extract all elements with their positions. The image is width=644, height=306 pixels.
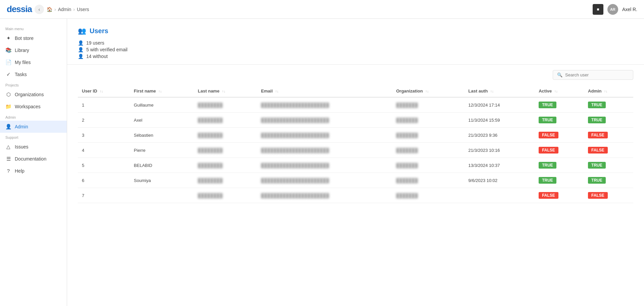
- breadcrumb-users[interactable]: Users: [77, 7, 89, 12]
- col-active[interactable]: Active ↑↓: [535, 85, 584, 97]
- cell-firstname-0: Guillaume: [130, 97, 194, 113]
- back-button[interactable]: ‹: [35, 5, 44, 14]
- sidebar-item-issues[interactable]: △ Issues: [0, 141, 67, 153]
- cell-firstname-3: Pierre: [130, 143, 194, 158]
- search-box[interactable]: 🔍: [553, 70, 633, 80]
- cell-active-2: FALSE: [535, 128, 584, 143]
- sidebar-item-workspaces[interactable]: 📁 Workspaces: [0, 101, 67, 113]
- app-body: Main menu ✦ Bot store 📚 Library 📄 My fil…: [0, 19, 644, 306]
- cell-id-0: 1: [78, 97, 130, 113]
- cell-lastname-3: ████████: [194, 143, 257, 158]
- sidebar-item-tasks[interactable]: ✓ Tasks: [0, 68, 67, 80]
- table-row[interactable]: 4 Pierre ████████ ██████████████████████…: [78, 143, 633, 158]
- active-badge-0: TRUE: [539, 102, 556, 108]
- cell-admin-0: TRUE: [584, 97, 633, 113]
- cell-lastauth-0: 12/3/2024 17:14: [464, 97, 535, 113]
- admin-badge-0: TRUE: [588, 102, 606, 108]
- cell-lastauth-3: 21/3/2023 10:16: [464, 143, 535, 158]
- sidebar-item-my-files[interactable]: 📄 My files: [0, 56, 67, 68]
- admin-badge-4: TRUE: [588, 162, 606, 169]
- breadcrumb-admin[interactable]: Admin: [58, 7, 71, 12]
- breadcrumb-sep2: ›: [73, 7, 75, 12]
- sidebar-item-bot-store[interactable]: ✦ Bot store: [0, 32, 67, 44]
- table-row[interactable]: 7 ████████ ██████████████████████ ██████…: [78, 188, 633, 203]
- search-input[interactable]: [565, 72, 629, 77]
- sidebar-item-library[interactable]: 📚 Library: [0, 44, 67, 56]
- sort-icon-first-name: ↑↓: [158, 89, 162, 93]
- table-row[interactable]: 3 Sébastien ████████ ███████████████████…: [78, 128, 633, 143]
- cell-id-5: 6: [78, 173, 130, 188]
- cell-org-3: ███████: [392, 143, 464, 158]
- main-menu-label: Main menu: [0, 24, 67, 32]
- cell-active-0: TRUE: [535, 97, 584, 113]
- table-row[interactable]: 2 Axel ████████ ██████████████████████ █…: [78, 113, 633, 128]
- table-row[interactable]: 1 Guillaume ████████ ███████████████████…: [78, 97, 633, 113]
- cell-admin-6: FALSE: [584, 188, 633, 203]
- col-first-name[interactable]: First name ↑↓: [130, 85, 194, 97]
- cell-lastauth-4: 13/3/2024 10:37: [464, 158, 535, 173]
- table-row[interactable]: 6 Soumiya ████████ █████████████████████…: [78, 173, 633, 188]
- cell-lastname-1: ████████: [194, 113, 257, 128]
- cell-org-1: ███████: [392, 113, 464, 128]
- topbar: dessia ‹ 🏠 › Admin › Users ■ AR Axel R.: [0, 0, 644, 19]
- cell-lastauth-6: [464, 188, 535, 203]
- tasks-icon: ✓: [5, 71, 11, 77]
- active-badge-4: TRUE: [539, 162, 556, 169]
- page-title-text: Users: [90, 27, 108, 35]
- bot-store-icon: ✦: [5, 35, 11, 41]
- sidebar-item-organizations[interactable]: ⬡ Organizations: [0, 88, 67, 101]
- cell-firstname-4: BELABID: [130, 158, 194, 173]
- cell-id-6: 7: [78, 188, 130, 203]
- cell-admin-5: TRUE: [584, 173, 633, 188]
- sidebar-item-label-documentation: Documentation: [15, 156, 46, 162]
- col-user-id[interactable]: User ID ↑↓: [78, 85, 130, 97]
- breadcrumb-home-icon[interactable]: 🏠: [47, 7, 52, 12]
- sort-icon-organization: ↑↓: [426, 89, 429, 93]
- topbar-square-icon[interactable]: ■: [593, 4, 603, 15]
- page-header: 👥 Users 👤 19 users 👤 5 with verified ema…: [67, 19, 644, 65]
- sort-icon-last-name: ↑↓: [222, 89, 226, 93]
- sort-icon-email: ↑↓: [275, 89, 279, 93]
- documentation-icon: ☰: [5, 156, 11, 162]
- cell-org-2: ███████: [392, 128, 464, 143]
- sidebar-item-admin[interactable]: 👤 Admin: [0, 121, 67, 133]
- sidebar-item-label-my-files: My files: [15, 60, 31, 65]
- table-section: 🔍 User ID ↑↓ First name ↑↓: [67, 65, 644, 306]
- admin-badge-6: FALSE: [588, 192, 608, 199]
- my-files-icon: 📄: [5, 59, 11, 65]
- table-head: User ID ↑↓ First name ↑↓ Last name ↑↓: [78, 85, 633, 97]
- logo: dessia: [7, 4, 32, 14]
- cell-id-3: 4: [78, 143, 130, 158]
- table-row[interactable]: 5 BELABID ████████ █████████████████████…: [78, 158, 633, 173]
- cell-id-1: 2: [78, 113, 130, 128]
- col-organization[interactable]: Organization ↑↓: [392, 85, 464, 97]
- stat-icon-verified: 👤: [78, 47, 84, 52]
- col-email[interactable]: Email ↑↓: [257, 85, 392, 97]
- col-last-auth[interactable]: Last auth ↑↓: [464, 85, 535, 97]
- col-last-name[interactable]: Last name ↑↓: [194, 85, 257, 97]
- sort-icon-active: ↑↓: [554, 89, 558, 93]
- organizations-icon: ⬡: [5, 91, 11, 98]
- sidebar-item-label-issues: Issues: [15, 144, 28, 149]
- sidebar-item-documentation[interactable]: ☰ Documentation: [0, 153, 67, 165]
- cell-active-1: TRUE: [535, 113, 584, 128]
- active-badge-5: TRUE: [539, 177, 556, 184]
- sidebar-item-label-help: Help: [15, 168, 24, 174]
- stat-total-users: 👤 19 users: [78, 40, 633, 46]
- cell-active-5: TRUE: [535, 173, 584, 188]
- sidebar-item-help[interactable]: ? Help: [0, 165, 67, 177]
- cell-email-4: ██████████████████████: [257, 158, 392, 173]
- cell-lastname-2: ████████: [194, 128, 257, 143]
- active-badge-2: FALSE: [539, 132, 558, 138]
- col-admin[interactable]: Admin ↑↓: [584, 85, 633, 97]
- user-name: Axel R.: [622, 7, 637, 12]
- cell-org-4: ███████: [392, 158, 464, 173]
- library-icon: 📚: [5, 47, 11, 53]
- stat-verified-users: 👤 5 with verified email: [78, 47, 633, 52]
- data-table: User ID ↑↓ First name ↑↓ Last name ↑↓: [78, 85, 633, 203]
- stat-unverified-users: 👤 14 without: [78, 54, 633, 59]
- table-body: 1 Guillaume ████████ ███████████████████…: [78, 97, 633, 203]
- avatar[interactable]: AR: [607, 4, 618, 15]
- cell-email-2: ██████████████████████: [257, 128, 392, 143]
- sort-icon-last-auth: ↑↓: [490, 89, 494, 93]
